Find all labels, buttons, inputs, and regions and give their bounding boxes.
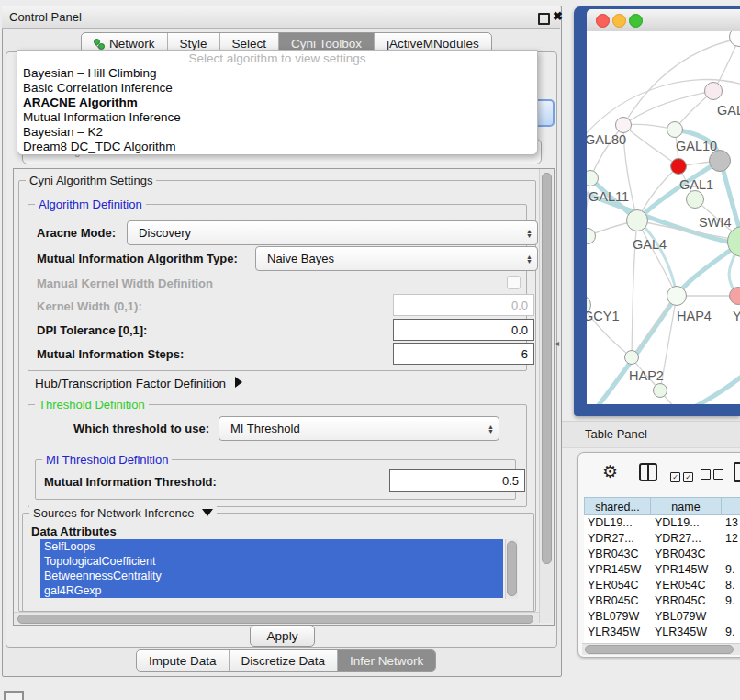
network-node[interactable] — [709, 150, 731, 172]
table-body: YDL19...YDL19...13YDR27...YDR27...12YBR0… — [584, 515, 740, 643]
scrollbar-thumb[interactable] — [585, 645, 734, 654]
close-icon[interactable]: ✖ — [553, 9, 563, 23]
mi-type-label: Mutual Information Algorithm Type: — [37, 252, 238, 265]
network-icon — [94, 39, 105, 50]
combo-arrows-icon: ▲▼ — [526, 229, 533, 238]
mi-type-combo[interactable]: Naive Bayes ▲▼ — [255, 246, 538, 271]
control-panel-titlebar[interactable] — [2, 6, 560, 29]
table-cell: YER054C — [651, 578, 722, 593]
network-node-hap4[interactable] — [667, 286, 687, 306]
table-cell: YLR345W — [651, 625, 722, 640]
bottom-tabbar: Impute Data Discretize Data Infer Networ… — [136, 649, 436, 672]
mi-steps-field[interactable]: 6 — [393, 343, 534, 365]
node-label: GCY1 — [587, 309, 620, 323]
table-row[interactable]: YLR345WYLR345W9. — [584, 625, 740, 640]
network-node[interactable] — [686, 190, 704, 209]
collapse-arrow-icon — [202, 509, 213, 516]
table-cell: YPR145W — [651, 562, 722, 578]
hub-definition-toggle[interactable]: Hub/Transcription Factor Definition — [35, 377, 242, 390]
tab-label: Impute Data — [149, 654, 217, 668]
table-row[interactable]: YBL079WYBL079W — [584, 609, 740, 625]
network-node-gal80[interactable] — [615, 117, 632, 133]
tab-label: jActiveMNodules — [387, 37, 479, 51]
network-node-gal[interactable] — [704, 82, 723, 100]
table-row[interactable]: YDL19...YDL19...13 — [584, 515, 740, 531]
node-label: GAL10 — [676, 139, 717, 153]
hub-definition-label: Hub/Transcription Factor Definition — [35, 377, 226, 390]
deselect-all-columns-icon[interactable] — [701, 467, 726, 483]
select-all-columns-icon[interactable]: ✓✓ — [670, 467, 696, 483]
kernel-width-field[interactable]: 0.0 — [393, 294, 534, 316]
column-header[interactable]: name — [651, 497, 722, 515]
data-attribute-option[interactable]: SelfLoops — [40, 539, 503, 554]
node-label: GAL4 — [633, 237, 667, 252]
manual-kernel-checkbox[interactable] — [507, 276, 521, 289]
columns-icon[interactable] — [639, 463, 657, 481]
combo-arrows-icon: ▲▼ — [526, 254, 533, 264]
aracne-mode-combo[interactable]: Discovery ▲▼ — [127, 220, 538, 245]
new-table-icon[interactable] — [734, 462, 740, 482]
tab-label: Discretize Data — [241, 654, 326, 668]
table-row[interactable]: YBR043CYBR043C — [584, 547, 740, 562]
table-horizontal-scrollbar[interactable] — [582, 643, 740, 655]
algorithm-option[interactable]: ARACNE Algorithm — [17, 96, 537, 110]
algorithm-option[interactable]: Bayesian – Hill Climbing — [17, 66, 537, 81]
algorithm-option[interactable]: Bayesian – K2 — [17, 125, 537, 140]
sources-toggle[interactable]: Sources for Network Inference — [29, 506, 217, 520]
tab-infer-network[interactable]: Infer Network — [338, 650, 435, 671]
table-cell: YBL079W — [584, 609, 651, 625]
attributes-scrollbar[interactable] — [505, 539, 518, 599]
table-row[interactable]: YBR045CYBR045C9. — [584, 593, 740, 609]
network-node-hap2[interactable] — [624, 350, 639, 365]
algorithm-option[interactable]: Mutual Information Inference — [17, 110, 537, 125]
tab-discretize-data[interactable]: Discretize Data — [230, 650, 339, 671]
network-node-gal1[interactable] — [670, 158, 687, 175]
table-row[interactable]: YDR27...YDR27...12 — [584, 531, 740, 547]
scrollbar-thumb[interactable] — [507, 541, 517, 596]
algorithm-combo-placeholder[interactable]: Select algorithm to view settings — [17, 51, 537, 66]
table-row[interactable]: YPR145WYPR145W9. — [584, 562, 740, 578]
table-cell: 8. — [722, 578, 740, 593]
table-cell: YBR045C — [584, 593, 651, 609]
network-window-titlebar[interactable] — [587, 9, 740, 32]
settings-horizontal-scrollbar[interactable] — [14, 612, 539, 625]
tab-impute-data[interactable]: Impute Data — [137, 650, 230, 671]
column-header[interactable] — [722, 497, 740, 515]
dpi-tolerance-field[interactable]: 0.0 — [393, 319, 534, 341]
network-node-gal4[interactable] — [626, 209, 648, 231]
scrollbar-thumb[interactable] — [17, 615, 533, 624]
data-attribute-option[interactable]: BetweennessCentrality — [40, 569, 503, 583]
data-attribute-option[interactable]: gal4RGexp — [40, 583, 503, 598]
network-node-gal10[interactable] — [667, 121, 683, 138]
aracne-mode-label: Aracne Mode: — [37, 226, 116, 240]
minimized-panel-icon[interactable] — [4, 691, 24, 700]
network-canvas[interactable]: GALGAL80GAL10GAL1GAL11GAL4SWI4GCY1HAP4YH… — [587, 31, 740, 404]
data-attributes-label: Data Attributes — [31, 525, 117, 538]
panel-collapse-arrow[interactable]: ◂ — [555, 338, 559, 348]
minimize-traffic-light[interactable] — [612, 14, 626, 28]
table-cell: YBR043C — [584, 547, 651, 562]
apply-button[interactable]: Apply — [250, 625, 315, 647]
scrollbar-thumb[interactable] — [542, 173, 552, 564]
combo-arrows-icon: ▲▼ — [488, 424, 494, 434]
tab-label: Infer Network — [350, 654, 423, 668]
table-cell: YDL19... — [584, 515, 651, 531]
close-traffic-light[interactable] — [596, 14, 610, 28]
which-threshold-combo[interactable]: MI Threshold ▲▼ — [219, 416, 499, 441]
table-row[interactable]: YER054CYER054C8. — [584, 578, 740, 593]
settings-vertical-scrollbar[interactable] — [539, 169, 553, 623]
mi-type-value: Naive Bayes — [267, 252, 334, 265]
data-attribute-option[interactable]: TopologicalCoefficient — [40, 554, 503, 569]
cyni-algorithm-settings-title: Cyni Algorithm Settings — [26, 174, 156, 187]
table-cell: YPR145W — [584, 562, 651, 578]
table-cell: 12 — [722, 531, 740, 547]
mi-threshold-field[interactable]: 0.5 — [389, 469, 525, 492]
algorithm-option[interactable]: Dream8 DC_TDC Algorithm — [17, 140, 537, 154]
gear-icon[interactable]: ⚙ — [602, 463, 618, 480]
zoom-traffic-light[interactable] — [629, 14, 643, 28]
network-node[interactable] — [653, 383, 667, 398]
float-window-icon[interactable] — [538, 13, 550, 25]
column-header[interactable]: shared... — [584, 497, 651, 515]
algorithm-option[interactable]: Basic Correlation Inference — [17, 81, 537, 96]
control-panel-title: Control Panel — [9, 10, 82, 24]
